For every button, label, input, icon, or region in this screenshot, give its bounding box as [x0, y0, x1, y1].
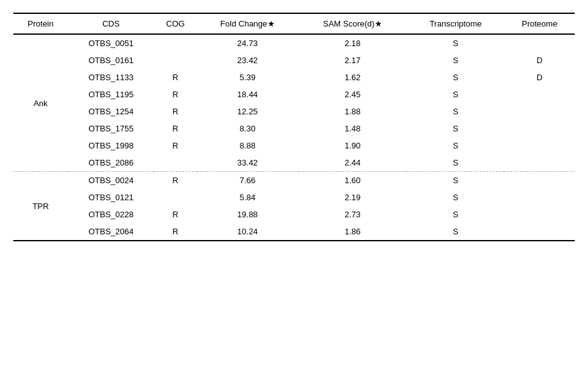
fold-change-cell: 5.39 [197, 69, 298, 86]
sam-score-cell: 2.19 [298, 189, 407, 206]
cds-cell: OTBS_2086 [68, 154, 154, 172]
cog-cell [154, 154, 197, 172]
transcriptome-cell: S [407, 120, 504, 137]
cds-cell: OTBS_1755 [68, 120, 154, 137]
proteome-cell [504, 137, 575, 154]
cog-cell: R [154, 206, 197, 223]
proteome-cell [504, 103, 575, 120]
cog-cell: R [154, 223, 197, 241]
proteome-cell [504, 120, 575, 137]
proteome-cell [504, 206, 575, 223]
fold-change-cell: 19.88 [197, 206, 298, 223]
protein-cell: Ank [13, 34, 68, 172]
transcriptome-cell: S [407, 206, 504, 223]
sam-score-cell: 2.44 [298, 154, 407, 172]
cog-cell [154, 52, 197, 69]
sam-score-cell: 1.48 [298, 120, 407, 137]
cds-cell: OTBS_0121 [68, 189, 154, 206]
sam-score-cell: 2.73 [298, 206, 407, 223]
cds-cell: OTBS_1195 [68, 86, 154, 103]
proteome-cell [504, 154, 575, 172]
transcriptome-cell: S [407, 189, 504, 206]
header-proteome: Proteome [504, 13, 575, 34]
cds-cell: OTBS_0051 [68, 34, 154, 52]
proteome-cell [504, 223, 575, 241]
sam-score-cell: 1.90 [298, 137, 407, 154]
fold-change-cell: 7.66 [197, 172, 298, 190]
header-cds: CDS [68, 13, 154, 34]
cds-cell: OTBS_0024 [68, 172, 154, 190]
transcriptome-cell: S [407, 137, 504, 154]
transcriptome-cell: S [407, 154, 504, 172]
proteome-cell [504, 34, 575, 52]
cog-cell: R [154, 137, 197, 154]
sam-score-cell: 2.18 [298, 34, 407, 52]
cds-cell: OTBS_0228 [68, 206, 154, 223]
protein-cell: TPR [13, 172, 68, 241]
data-table: Protein CDS COG Fold Change★ SAM Score(d… [13, 13, 575, 241]
sam-score-cell: 2.17 [298, 52, 407, 69]
sam-score-cell: 1.88 [298, 103, 407, 120]
cog-cell: R [154, 172, 197, 190]
cog-cell: R [154, 120, 197, 137]
header-cog: COG [154, 13, 197, 34]
cog-cell: R [154, 86, 197, 103]
transcriptome-cell: S [407, 86, 504, 103]
cog-cell: R [154, 69, 197, 86]
transcriptome-cell: S [407, 172, 504, 190]
transcriptome-cell: S [407, 103, 504, 120]
fold-change-cell: 33.42 [197, 154, 298, 172]
sam-score-cell: 1.86 [298, 223, 407, 241]
cds-cell: OTBS_1254 [68, 103, 154, 120]
cds-cell: OTBS_1133 [68, 69, 154, 86]
sam-score-cell: 1.62 [298, 69, 407, 86]
header-fold-change: Fold Change★ [197, 13, 298, 34]
proteome-cell [504, 86, 575, 103]
transcriptome-cell: S [407, 52, 504, 69]
fold-change-cell: 23.42 [197, 52, 298, 69]
cog-cell [154, 34, 197, 52]
main-table-container: Protein CDS COG Fold Change★ SAM Score(d… [13, 13, 575, 241]
sam-score-cell: 2.45 [298, 86, 407, 103]
fold-change-cell: 8.30 [197, 120, 298, 137]
cog-cell [154, 189, 197, 206]
sam-score-cell: 1.60 [298, 172, 407, 190]
fold-change-cell: 24.73 [197, 34, 298, 52]
proteome-cell: D [504, 69, 575, 86]
fold-change-cell: 18.44 [197, 86, 298, 103]
proteome-cell: D [504, 52, 575, 69]
transcriptome-cell: S [407, 69, 504, 86]
header-transcriptome: Transcriptome [407, 13, 504, 34]
transcriptome-cell: S [407, 34, 504, 52]
cds-cell: OTBS_1998 [68, 137, 154, 154]
cds-cell: OTBS_2064 [68, 223, 154, 241]
fold-change-cell: 5.84 [197, 189, 298, 206]
cog-cell: R [154, 103, 197, 120]
fold-change-cell: 12.25 [197, 103, 298, 120]
proteome-cell [504, 172, 575, 190]
header-protein: Protein [13, 13, 68, 34]
cds-cell: OTBS_0161 [68, 52, 154, 69]
proteome-cell [504, 189, 575, 206]
fold-change-cell: 8.88 [197, 137, 298, 154]
header-sam-score: SAM Score(d)★ [298, 13, 407, 34]
fold-change-cell: 10.24 [197, 223, 298, 241]
transcriptome-cell: S [407, 223, 504, 241]
